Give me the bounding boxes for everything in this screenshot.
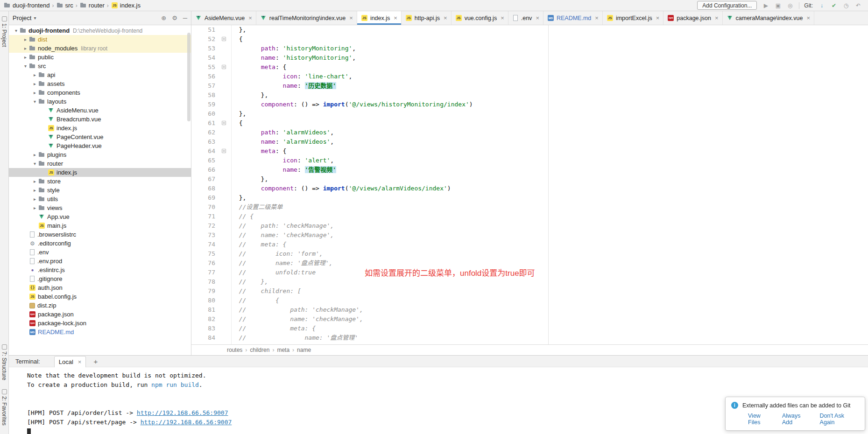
tree-item-.gitignore[interactable]: .gitignore <box>9 274 191 283</box>
tree-item-package-lock.json[interactable]: package-lock.json <box>9 319 191 328</box>
tree-item-api[interactable]: ▸api <box>9 70 191 79</box>
close-icon[interactable]: × <box>349 14 353 21</box>
chevron-right-icon[interactable]: ▸ <box>31 205 38 210</box>
close-icon[interactable]: × <box>444 14 447 21</box>
chevron-right-icon[interactable]: ▸ <box>31 152 38 157</box>
editor-tab-cameraManage\index.vue[interactable]: cameraManage\index.vue× <box>723 11 814 25</box>
editor-tab-AsideMenu.vue[interactable]: AsideMenu.vue× <box>191 11 256 25</box>
chevron-down-icon[interactable]: ▾ <box>34 15 36 21</box>
fold-icon[interactable] <box>222 149 226 153</box>
tree-item-duoji-frontend[interactable]: ▾duoji-frontendD:\zheheWeb\duoji-fronten… <box>9 26 191 35</box>
code-line[interactable]: { <box>232 119 868 128</box>
sidebar-item-favorites[interactable]: 2: Favorites <box>1 396 7 426</box>
editor-tab-package.json[interactable]: package.json× <box>663 11 722 25</box>
add-configuration-button[interactable]: Add Configuration... <box>697 1 757 10</box>
editor-tab-index.js[interactable]: index.js× <box>357 11 402 25</box>
code-line[interactable]: name: '历史数据' <box>232 81 868 91</box>
tree-item-.editorconfig[interactable]: .editorconfig <box>9 239 191 248</box>
fold-icon[interactable] <box>222 65 226 69</box>
tree-item-App.vue[interactable]: App.vue <box>9 212 191 221</box>
code-line[interactable]: { <box>232 35 868 44</box>
chevron-down-icon[interactable]: ▾ <box>31 161 38 166</box>
breadcrumb-item-routes[interactable]: routes <box>227 347 242 353</box>
hide-panel-icon[interactable]: ─ <box>183 14 187 21</box>
code-line[interactable]: }, <box>232 109 868 119</box>
breadcrumb-item-meta[interactable]: meta <box>277 347 289 353</box>
code-line[interactable]: // { <box>232 212 868 221</box>
terminal-link[interactable]: http://192.168.66.56:9007 <box>137 409 228 416</box>
chevron-right-icon[interactable]: ▸ <box>31 90 38 95</box>
sidebar-item-structure[interactable]: 7: Structure <box>1 351 7 380</box>
notification-action-view-files[interactable]: View Files <box>748 413 774 426</box>
chevron-right-icon[interactable]: ▸ <box>31 196 38 202</box>
tree-item-layouts[interactable]: ▾layouts <box>9 97 191 106</box>
breadcrumb-item-index.js[interactable]: index.js <box>111 2 141 9</box>
tree-item-index.js[interactable]: index.js <box>9 168 191 177</box>
chevron-down-icon[interactable]: ▾ <box>31 99 38 104</box>
breadcrumb-item-duoji-frontend[interactable]: duoji-frontend <box>4 2 50 9</box>
tree-item-.eslintrc.js[interactable]: .eslintrc.js <box>9 266 191 274</box>
git-revert-icon[interactable]: ↶ <box>854 2 862 9</box>
code-line[interactable]: icon: 'line-chart', <box>232 72 868 81</box>
editor-tab-importExcel.js[interactable]: importExcel.js× <box>603 11 663 25</box>
code-line[interactable]: // meta: { <box>232 240 868 249</box>
debug-icon[interactable]: ▣ <box>774 2 782 9</box>
code-line[interactable]: // name: '盘点管理' <box>232 333 868 343</box>
notification-action-don-t-ask-again[interactable]: Don't Ask Again <box>820 413 859 426</box>
breadcrumb-item-children[interactable]: children <box>250 347 269 353</box>
editor-tab-realTimeMonitoring\index.vue[interactable]: realTimeMonitoring\index.vue× <box>256 11 357 25</box>
tree-item-router[interactable]: ▾router <box>9 159 191 168</box>
chevron-down-icon[interactable]: ▾ <box>13 28 20 33</box>
tree-item-main.js[interactable]: main.js <box>9 221 191 230</box>
code-line[interactable]: meta: { <box>232 147 868 156</box>
tree-item-dist[interactable]: ▸dist <box>9 35 191 44</box>
settings-icon[interactable]: ⚙ <box>172 14 177 21</box>
fold-icon[interactable] <box>222 37 226 41</box>
code-line[interactable]: name: 'historyMonitoring', <box>232 53 868 63</box>
code-line[interactable]: // name: 'checkManage', <box>232 315 868 324</box>
tree-item-auth.json[interactable]: auth.json <box>9 283 191 292</box>
tree-item-views[interactable]: ▸views <box>9 203 191 212</box>
code-line[interactable]: meta: { <box>232 63 868 72</box>
code-line[interactable]: // icon: 'form', <box>232 249 868 259</box>
close-icon[interactable]: × <box>536 14 539 21</box>
code-line[interactable]: // { <box>232 296 868 305</box>
tree-item-package.json[interactable]: package.json <box>9 310 191 319</box>
editor-tab-.env[interactable]: .env× <box>508 11 543 25</box>
tree-item-store[interactable]: ▸store <box>9 177 191 186</box>
profiler-icon[interactable]: ◎ <box>786 2 794 9</box>
chevron-right-icon[interactable]: ▸ <box>22 37 29 42</box>
code-line[interactable]: // meta: { <box>232 324 868 333</box>
tree-item-plugins[interactable]: ▸plugins <box>9 150 191 159</box>
project-scrollbar[interactable] <box>187 33 191 121</box>
code-line[interactable]: }, <box>232 25 868 35</box>
code-line[interactable]: // name: '盘点管理', <box>232 259 868 268</box>
code-line[interactable]: // name: 'checkManage', <box>232 231 868 240</box>
tree-item-babel.config.js[interactable]: babel.config.js <box>9 292 191 301</box>
chevron-down-icon[interactable]: ▾ <box>22 63 29 69</box>
code-line[interactable]: path: 'alarmVideos', <box>232 128 868 137</box>
tree-item-PageHeader.vue[interactable]: PageHeader.vue <box>9 141 191 150</box>
editor-tab-README.md[interactable]: README.md× <box>543 11 603 25</box>
breadcrumb-item-src[interactable]: src <box>56 2 73 9</box>
code-line[interactable]: // path: 'checkManage', <box>232 221 868 231</box>
code-line[interactable]: }, <box>232 175 868 184</box>
close-icon[interactable]: × <box>595 14 599 21</box>
close-icon[interactable]: × <box>394 14 397 21</box>
code-line[interactable]: // path: 'checkManage', <box>232 305 868 315</box>
git-update-icon[interactable]: ↓ <box>818 2 826 9</box>
tree-item-public[interactable]: ▸public <box>9 53 191 62</box>
tree-item-src[interactable]: ▾src <box>9 62 191 70</box>
chevron-right-icon[interactable]: ▸ <box>31 179 38 184</box>
run-icon[interactable]: ▶ <box>762 2 770 9</box>
tree-item-assets[interactable]: ▸assets <box>9 79 191 88</box>
tree-item-dist.zip[interactable]: dist.zip <box>9 301 191 310</box>
code-line[interactable]: }, <box>232 193 868 203</box>
code-line[interactable]: component: () => import('@/views/history… <box>232 100 868 109</box>
tree-item-Breadcrumb.vue[interactable]: Breadcrumb.vue <box>9 115 191 124</box>
code-line[interactable]: icon: 'alert', <box>232 156 868 165</box>
tree-item-index.js[interactable]: index.js <box>9 124 191 133</box>
editor-tab-http-api.js[interactable]: http-api.js× <box>402 11 452 25</box>
chevron-right-icon[interactable]: ▸ <box>31 188 38 193</box>
code-line[interactable]: component: () => import('@/views/alarmVi… <box>232 184 868 193</box>
